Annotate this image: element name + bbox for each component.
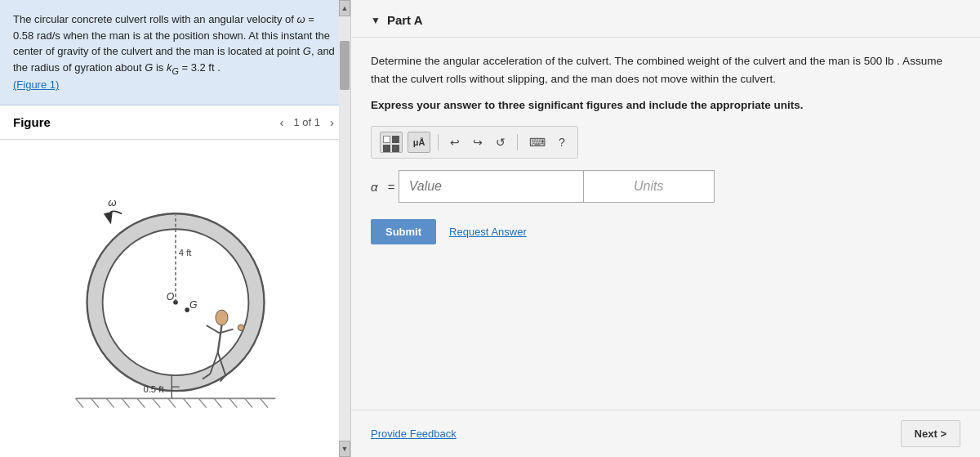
action-row: Submit Request Answer — [371, 219, 960, 244]
svg-line-4 — [122, 398, 129, 407]
svg-line-7 — [167, 398, 175, 407]
mu-icon-label: μÅ — [413, 137, 425, 147]
svg-text:4 ft: 4 ft — [178, 248, 192, 258]
scroll-thumb — [340, 41, 350, 90]
help-icon[interactable]: ? — [555, 134, 569, 150]
figure-link[interactable]: (Figure 1) — [13, 78, 59, 91]
scroll-track — [339, 16, 350, 441]
refresh-icon[interactable]: ↺ — [492, 134, 510, 150]
figure-area: ω O 4 ft G 0.5 ft — [0, 140, 350, 457]
undo-icon[interactable]: ↩ — [446, 134, 464, 150]
svg-line-6 — [152, 398, 159, 407]
value-input[interactable] — [399, 171, 583, 202]
keyboard-icon[interactable]: ⌨ — [525, 134, 550, 150]
svg-line-5 — [136, 398, 144, 407]
express-instruction-text: Express your answer to three significant… — [371, 99, 960, 111]
problem-description-text: Determine the angular acceleration of th… — [371, 52, 960, 87]
part-header: ▼ Part A — [351, 0, 980, 38]
svg-line-2 — [91, 398, 98, 407]
feedback-button[interactable]: Provide Feedback — [371, 428, 457, 440]
right-panel: ▼ Part A Determine the angular accelerat… — [351, 0, 980, 457]
figure-prev-button[interactable]: ‹ — [276, 114, 287, 131]
svg-line-1 — [75, 398, 82, 407]
svg-line-13 — [260, 398, 267, 407]
problem-text-box: The circular concrete culvert rolls with… — [0, 0, 350, 105]
problem-description: The circular concrete culvert rolls with… — [13, 13, 335, 91]
toolbar-separator-2 — [517, 134, 518, 150]
left-scrollbar: ▲ ▼ — [339, 0, 350, 457]
part-title: Part A — [387, 13, 423, 27]
svg-line-9 — [198, 398, 206, 407]
figure-label: Figure — [13, 115, 51, 129]
svg-text:G: G — [189, 299, 197, 311]
value-input-container — [399, 170, 584, 203]
svg-line-3 — [106, 398, 114, 407]
svg-line-11 — [229, 398, 236, 407]
svg-line-8 — [183, 398, 190, 407]
scroll-up-button[interactable]: ▲ — [339, 0, 350, 16]
answer-toolbar: μÅ ↩ ↪ ↺ ⌨ ? — [371, 126, 578, 159]
right-footer: Provide Feedback Next > — [351, 410, 980, 457]
equals-label: = — [385, 180, 399, 194]
toolbar-separator-1 — [438, 134, 439, 150]
culvert-illustration: ω O 4 ft G 0.5 ft — [45, 168, 306, 429]
figure-nav-label: 1 of 1 — [293, 116, 320, 128]
svg-text:0.5 ft: 0.5 ft — [143, 384, 164, 394]
answer-row: α = Units — [371, 170, 960, 203]
grid-icon-button[interactable] — [380, 132, 403, 153]
svg-point-32 — [238, 325, 244, 331]
alpha-label: α — [371, 180, 378, 194]
part-content: Determine the angular acceleration of th… — [351, 38, 980, 410]
svg-text:ω: ω — [108, 196, 116, 208]
mu-icon-button[interactable]: μÅ — [408, 132, 430, 153]
figure-header: Figure ‹ 1 of 1 › — [0, 105, 350, 140]
next-button[interactable]: Next > — [901, 420, 960, 447]
left-panel: The circular concrete culvert rolls with… — [0, 0, 351, 457]
svg-text:O: O — [166, 291, 174, 302]
scroll-down-button[interactable]: ▼ — [339, 441, 350, 457]
redo-icon[interactable]: ↪ — [469, 134, 487, 150]
units-display[interactable]: Units — [584, 170, 715, 203]
part-collapse-icon[interactable]: ▼ — [371, 15, 381, 26]
svg-point-28 — [215, 310, 227, 325]
figure-next-button[interactable]: › — [327, 114, 337, 131]
svg-line-12 — [244, 398, 252, 407]
svg-line-10 — [214, 398, 221, 407]
submit-button[interactable]: Submit — [371, 219, 436, 244]
request-answer-button[interactable]: Request Answer — [449, 226, 527, 238]
figure-nav: ‹ 1 of 1 › — [276, 114, 337, 131]
